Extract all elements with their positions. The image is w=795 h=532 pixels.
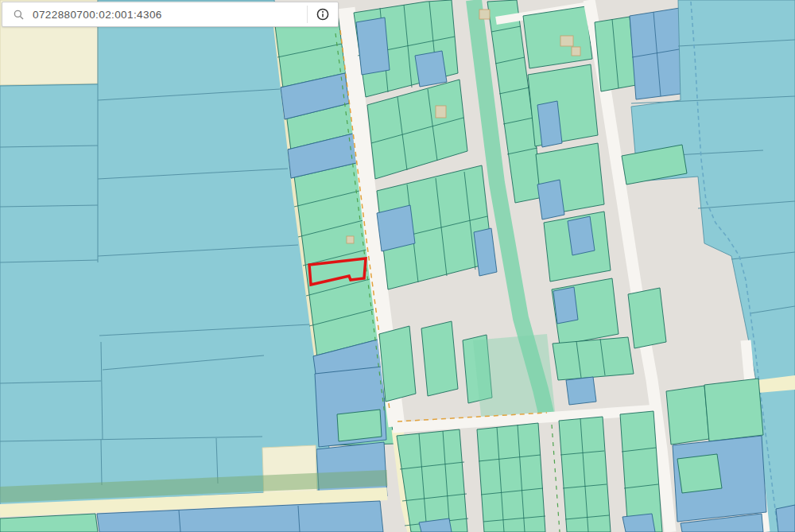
map-canvas[interactable] <box>0 0 795 532</box>
parcel-green <box>421 321 458 396</box>
parcel-blue <box>553 287 578 324</box>
parcel-green <box>553 337 634 380</box>
building <box>436 106 446 118</box>
building <box>572 47 580 56</box>
parcel-blue <box>377 205 415 251</box>
parcel-green <box>379 326 416 402</box>
block-d <box>523 6 592 68</box>
parcel-blue <box>356 17 390 75</box>
parcel-green <box>704 379 763 441</box>
parcel-blue <box>415 51 447 87</box>
map-viewer <box>0 0 795 532</box>
search-icon <box>14 10 24 20</box>
parcel-green <box>337 410 382 441</box>
parcel-green <box>628 288 666 348</box>
search-bar <box>2 2 339 27</box>
parcel-blue <box>622 514 655 532</box>
parcel-blue <box>776 505 795 532</box>
parcel-green <box>677 454 722 493</box>
grid-col2 <box>477 423 545 532</box>
building <box>560 36 573 46</box>
info-button[interactable] <box>308 2 338 26</box>
parcel-green <box>666 386 709 445</box>
search-input[interactable] <box>31 8 307 21</box>
parcel-blue <box>537 180 564 219</box>
parcel-blue <box>568 216 595 255</box>
building <box>347 236 354 243</box>
tree-strip-flare <box>473 334 556 423</box>
building <box>479 10 490 19</box>
parcel-blue <box>566 377 596 405</box>
parcel-blue <box>537 101 562 147</box>
grid-col3 <box>559 417 611 532</box>
info-icon <box>316 8 329 21</box>
